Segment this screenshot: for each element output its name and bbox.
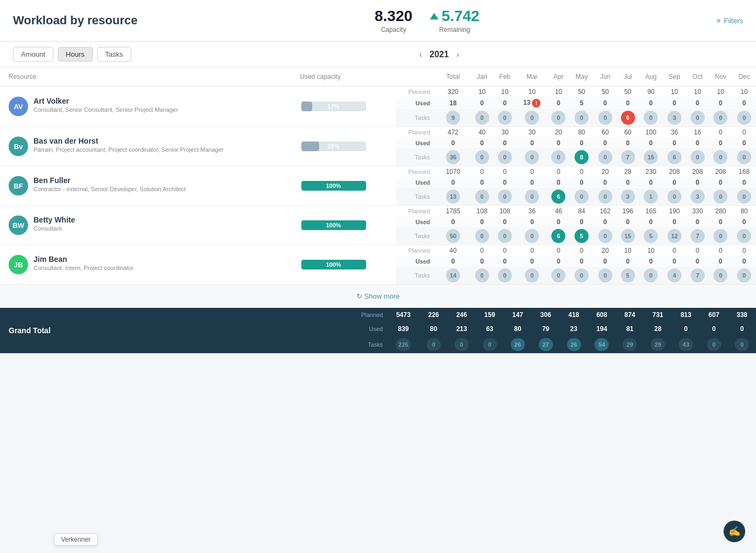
gt-task-badge-highlight[interactable]: 26	[511, 338, 525, 351]
task-badge[interactable]: 0	[551, 111, 565, 125]
gt-task-badge[interactable]: 43	[679, 338, 693, 351]
planned-value: 28	[617, 166, 639, 178]
gt-task-badge[interactable]: 29	[623, 338, 637, 351]
task-badge[interactable]: 0	[498, 190, 512, 204]
task-badge[interactable]: 0	[737, 268, 751, 282]
task-badge[interactable]: 5	[644, 229, 658, 243]
tasks-value: 6	[617, 109, 639, 127]
task-badge[interactable]: 7	[621, 150, 635, 164]
next-year-button[interactable]: ›	[456, 50, 459, 59]
planned-value: 40	[435, 245, 470, 257]
task-badge[interactable]: 36	[446, 150, 460, 164]
task-badge[interactable]: 0	[498, 111, 512, 125]
planned-value: 1785	[435, 206, 470, 217]
task-badge-highlight[interactable]: 5	[575, 229, 589, 243]
task-badge[interactable]: 9	[446, 111, 460, 125]
gt-task-badge[interactable]: 0	[483, 338, 497, 351]
tab-hours[interactable]: Hours	[58, 47, 93, 62]
task-badge[interactable]: 15	[644, 150, 658, 164]
gt-task-badge[interactable]: 29	[651, 338, 665, 351]
gt-row-type-used: Used	[336, 322, 387, 336]
task-badge-highlight[interactable]: 6	[551, 190, 565, 204]
task-badge[interactable]: 0	[525, 111, 539, 125]
task-badge[interactable]: 0	[691, 150, 705, 164]
filter-icon: ≡	[717, 17, 721, 25]
task-badge[interactable]: 0	[598, 268, 612, 282]
gt-task-badge[interactable]: 0	[427, 338, 441, 351]
task-badge-highlight[interactable]: 8	[575, 150, 589, 164]
task-badge[interactable]: 0	[644, 111, 658, 125]
task-badge[interactable]: 0	[498, 229, 512, 243]
task-badge[interactable]: 0	[475, 111, 489, 125]
task-badge[interactable]: 0	[737, 229, 751, 243]
task-badge[interactable]: 7	[691, 268, 705, 282]
task-badge[interactable]: 0	[737, 111, 751, 125]
task-badge[interactable]: 0	[713, 111, 727, 125]
task-badge[interactable]: 0	[713, 150, 727, 164]
gt-planned-value: 147	[504, 308, 532, 322]
task-badge[interactable]: 0	[713, 229, 727, 243]
task-badge[interactable]: 4	[667, 268, 681, 282]
task-badge[interactable]: 0	[598, 111, 612, 125]
task-badge[interactable]: 12	[667, 229, 681, 243]
task-badge[interactable]: 0	[575, 268, 589, 282]
task-badge[interactable]: 50	[446, 229, 460, 243]
task-badge[interactable]: 0	[498, 268, 512, 282]
task-badge[interactable]: 3	[667, 111, 681, 125]
task-badge[interactable]: 0	[525, 150, 539, 164]
task-badge[interactable]: 0	[498, 150, 512, 164]
task-badge[interactable]: 0	[475, 268, 489, 282]
task-badge[interactable]: 0	[475, 190, 489, 204]
task-badge[interactable]: 14	[446, 268, 460, 282]
task-badge[interactable]: 5	[621, 268, 635, 282]
task-badge[interactable]: 0	[644, 268, 658, 282]
gt-task-badge-highlight[interactable]: 26	[567, 338, 581, 351]
show-more-button[interactable]: ↻ Show more	[0, 284, 756, 308]
tasks-value: 0	[732, 188, 756, 206]
task-badge[interactable]: 0	[737, 190, 751, 204]
task-badge[interactable]: 0	[475, 229, 489, 243]
planned-row: Bv Bas van der Horst Parrain, Project ac…	[0, 127, 756, 138]
task-badge[interactable]: 0	[713, 190, 727, 204]
tab-amount[interactable]: Amount	[13, 47, 53, 62]
task-badge[interactable]: 3	[621, 190, 635, 204]
task-badge[interactable]: 0	[598, 150, 612, 164]
filters-button[interactable]: ≡ Filters	[717, 17, 743, 25]
gt-task-badge-highlight[interactable]: 27	[539, 338, 553, 351]
task-badge-highlight[interactable]: 6	[551, 229, 565, 243]
capacity-label: Capacity	[375, 26, 413, 33]
task-badge[interactable]: 0	[475, 150, 489, 164]
task-badge[interactable]: 0	[713, 268, 727, 282]
task-badge[interactable]: 0	[575, 190, 589, 204]
task-badge[interactable]: 7	[691, 229, 705, 243]
prev-year-button[interactable]: ‹	[419, 50, 422, 59]
task-badge[interactable]: 0	[551, 268, 565, 282]
tasks-value: 7	[617, 149, 639, 166]
capacity-cell: 100%	[297, 245, 396, 285]
gt-tasks-value: 29	[616, 336, 644, 353]
task-badge[interactable]: 6	[667, 150, 681, 164]
task-badge[interactable]: 0	[737, 150, 751, 164]
task-badge[interactable]: 0	[551, 150, 565, 164]
gt-task-badge[interactable]: 0	[735, 338, 749, 351]
task-badge[interactable]: 0	[575, 111, 589, 125]
task-badge[interactable]: 0	[525, 268, 539, 282]
gt-task-badge[interactable]: 0	[707, 338, 721, 351]
task-badge-highlight[interactable]: 6	[621, 111, 635, 125]
task-badge[interactable]: 13	[446, 190, 460, 204]
task-badge[interactable]: 0	[525, 229, 539, 243]
tab-tasks[interactable]: Tasks	[97, 47, 131, 62]
task-badge[interactable]: 0	[525, 190, 539, 204]
task-badge[interactable]: 15	[621, 229, 635, 243]
task-badge[interactable]: 0	[598, 190, 612, 204]
gt-task-badge-highlight[interactable]: 54	[595, 338, 609, 351]
task-badge[interactable]: 1	[644, 190, 658, 204]
task-badge[interactable]: 0	[691, 111, 705, 125]
task-badge[interactable]: 3	[691, 190, 705, 204]
tasks-value: 0	[494, 267, 517, 284]
gt-task-badge[interactable]: 226	[396, 338, 411, 351]
gt-used-value: 0	[700, 322, 728, 336]
gt-task-badge[interactable]: 0	[455, 338, 469, 351]
task-badge[interactable]: 0	[667, 190, 681, 204]
task-badge[interactable]: 0	[598, 229, 612, 243]
